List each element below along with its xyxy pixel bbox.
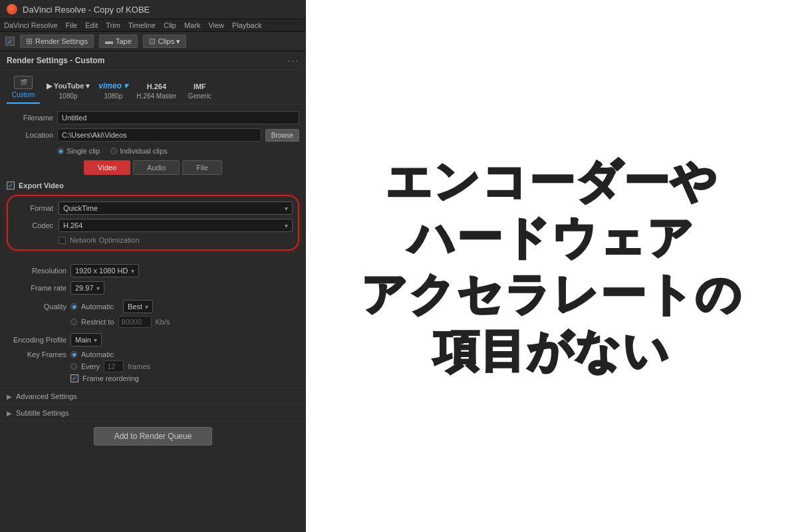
advanced-settings-label: Advanced Settings <box>16 392 77 400</box>
individual-clips-label: Individual clips <box>120 147 168 155</box>
encoding-profile-select[interactable]: Main ▾ <box>70 333 102 346</box>
clips-icon: ⊡ <box>149 37 156 46</box>
tab-vimeo[interactable]: vimeo ▾ 1080p <box>96 81 130 104</box>
keyframes-every-label: Every <box>81 362 100 370</box>
location-input[interactable] <box>57 128 261 142</box>
export-video-label: Export Video <box>19 182 64 190</box>
format-value: QuickTime <box>63 204 98 212</box>
menu-bar: DaVinci Resolve File Edit Trim Timeline … <box>0 19 306 32</box>
subtitle-settings-row[interactable]: ▶ Subtitle Settings <box>0 404 306 421</box>
right-panel: エンコーダーや ハードウェア アクセラレートの 項目がない <box>306 0 798 532</box>
quality-auto-row: Quality Automatic Best ▾ <box>7 300 299 313</box>
bottom-bar: Add to Render Queue <box>0 421 306 451</box>
window-title: DaVinci Resolve - Copy of KOBE <box>23 5 150 15</box>
keyframes-label: Key Frames <box>7 350 66 358</box>
individual-clips-option[interactable]: Individual clips <box>110 147 168 155</box>
vimeo-sub: 1080p <box>104 92 122 100</box>
quality-kbs-label: Kb/s <box>156 318 170 326</box>
tab-youtube[interactable]: ▶ YouTube ▾ 1080p <box>47 82 90 104</box>
menu-timeline[interactable]: Timeline <box>128 21 156 29</box>
encoding-profile-value: Main <box>75 336 91 344</box>
format-label: Format <box>13 204 53 212</box>
codec-value: H.264 <box>63 221 82 229</box>
jp-line3: アクセラレートの <box>361 269 743 319</box>
toolbar-checkbox[interactable] <box>5 37 15 46</box>
codec-select[interactable]: H.264 ▾ <box>59 219 293 232</box>
quality-kbs-input[interactable] <box>118 316 152 328</box>
framerate-value: 29.97 <box>75 284 94 292</box>
format-arrow: ▾ <box>285 205 288 212</box>
left-panel: DaVinci Resolve - Copy of KOBE DaVinci R… <box>0 0 306 532</box>
clips-btn[interactable]: ⊡ Clips ▾ <box>143 35 187 48</box>
framerate-select[interactable]: 29.97 ▾ <box>70 281 104 295</box>
add-queue-button[interactable]: Add to Render Queue <box>94 427 213 446</box>
format-codec-section: Format QuickTime ▾ Codec H.264 ▾ Networ <box>7 195 299 251</box>
video-audio-file-tabs: Video Audio File <box>7 160 299 175</box>
toolbar: ⊞ Render Settings ▬ Tape ⊡ Clips ▾ <box>0 32 306 51</box>
keyframes-every-row: Every frames <box>70 360 299 372</box>
jp-line1: エンコーダーや <box>386 156 718 206</box>
menu-davinci[interactable]: DaVinci Resolve <box>4 21 58 29</box>
location-label: Location <box>7 131 53 139</box>
quality-restrict-radio[interactable] <box>70 319 77 325</box>
file-tab[interactable]: File <box>182 160 222 175</box>
menu-view[interactable]: View <box>208 21 224 29</box>
menu-playback[interactable]: Playback <box>232 21 262 29</box>
quality-best-value: Best <box>128 303 142 311</box>
audio-tab[interactable]: Audio <box>133 160 180 175</box>
filename-label: Filename <box>7 114 53 122</box>
custom-label: Custom <box>12 91 35 98</box>
title-bar: DaVinci Resolve - Copy of KOBE <box>0 0 306 19</box>
export-video-checkbox[interactable]: ✓ <box>7 182 15 190</box>
menu-clip[interactable]: Clip <box>164 21 176 29</box>
resolution-arrow: ▾ <box>131 267 134 275</box>
resolution-label: Resolution <box>7 267 66 275</box>
tab-custom[interactable]: 🎬 Custom <box>7 76 40 104</box>
single-clip-radio[interactable] <box>57 148 64 154</box>
menu-mark[interactable]: Mark <box>184 21 200 29</box>
filename-input[interactable] <box>57 111 299 124</box>
tape-btn[interactable]: ▬ Tape <box>99 35 138 48</box>
form-area: Filename Location Browse Single clip Ind… <box>0 104 306 264</box>
render-settings-btn[interactable]: ⊞ Render Settings <box>20 35 94 48</box>
framerate-arrow: ▾ <box>96 285 100 292</box>
h264-label: H.264 <box>147 82 166 90</box>
frame-reordering-checkbox[interactable]: ✓ <box>70 374 78 382</box>
single-clip-label: Single clip <box>66 147 100 155</box>
tab-h264[interactable]: H.264 H.264 Master <box>136 82 176 104</box>
filename-row: Filename <box>7 111 299 124</box>
individual-clips-radio[interactable] <box>110 148 117 154</box>
jp-line4: 項目がない <box>434 326 670 376</box>
rs-more-btn[interactable]: ··· <box>287 55 299 66</box>
single-clip-option[interactable]: Single clip <box>57 147 100 155</box>
keyframes-auto-label: Automatic <box>81 350 114 358</box>
codec-arrow: ▾ <box>285 222 288 229</box>
menu-trim[interactable]: Trim <box>106 21 120 29</box>
menu-edit[interactable]: Edit <box>85 21 98 29</box>
keyframes-auto-radio[interactable] <box>70 351 77 358</box>
keyframes-num-input[interactable] <box>104 360 124 372</box>
jp-line2: ハードウェア <box>409 213 695 263</box>
network-opt-checkbox[interactable] <box>59 237 66 244</box>
codec-row: Codec H.264 ▾ <box>13 219 293 232</box>
subtitle-expand-arrow: ▶ <box>7 410 12 417</box>
youtube-sub: 1080p <box>59 92 78 100</box>
export-video-header: ✓ Export Video <box>7 182 299 190</box>
quality-label: Quality <box>7 303 66 311</box>
advanced-expand-arrow: ▶ <box>7 393 12 400</box>
quality-auto-radio[interactable] <box>70 303 77 310</box>
network-opt-row: Network Optimization <box>59 236 293 244</box>
menu-file[interactable]: File <box>66 21 78 29</box>
frame-reordering-row: ✓ Frame reordering <box>70 374 299 382</box>
framerate-row: Frame rate 29.97 ▾ <box>7 281 299 295</box>
video-tab[interactable]: Video <box>84 160 130 175</box>
tab-imf[interactable]: IMF Generic <box>183 82 216 104</box>
browse-button[interactable]: Browse <box>265 129 299 142</box>
keyframes-auto-row: Key Frames Automatic <box>7 350 299 358</box>
keyframes-every-radio[interactable] <box>70 363 77 370</box>
resolution-select[interactable]: 1920 x 1080 HD ▾ <box>70 264 139 277</box>
advanced-settings-row[interactable]: ▶ Advanced Settings <box>0 388 306 404</box>
frame-reordering-label: Frame reordering <box>82 374 139 382</box>
quality-best-select[interactable]: Best ▾ <box>123 300 153 313</box>
format-select[interactable]: QuickTime ▾ <box>59 201 293 215</box>
